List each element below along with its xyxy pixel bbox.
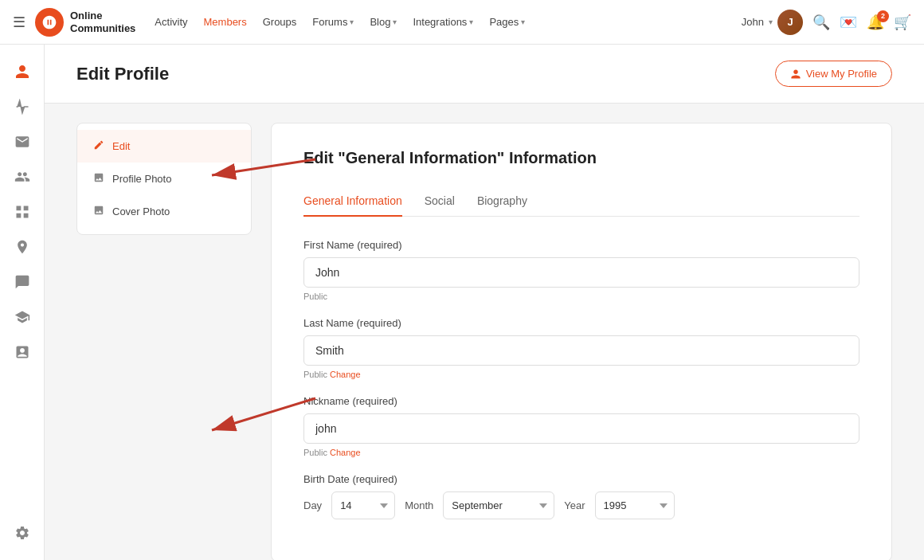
nav-user[interactable]: John ▾ J [742, 10, 803, 35]
section-title: Edit "General Information" Information [303, 149, 859, 167]
user-profile-icon [790, 69, 801, 80]
sidebar-item-media[interactable] [8, 338, 37, 366]
content-area: Edit Profile Photo Cover Photo Edit [45, 104, 924, 560]
sidebar-item-user[interactable] [8, 57, 37, 86]
pages-caret: ▾ [521, 18, 525, 26]
sidebar-item-inbox[interactable] [8, 127, 37, 156]
messages-icon[interactable]: 💌 [840, 14, 857, 31]
notification-badge: 2 [877, 10, 889, 22]
day-label: Day [303, 499, 322, 511]
birth-date-label: Birth Date (required) [303, 473, 859, 485]
last-name-input[interactable] [303, 335, 859, 366]
birth-year-select[interactable]: 1995 [595, 491, 675, 519]
nav-blog[interactable]: Blog▾ [370, 16, 397, 28]
top-navigation: ☰ Online Communities Activity Members Gr… [0, 0, 924, 45]
nickname-input[interactable] [303, 413, 859, 444]
birth-day-select[interactable]: 14 [331, 491, 395, 519]
logo-text: Online Communities [70, 10, 135, 34]
logo-icon [35, 8, 64, 37]
panel-item-edit-label: Edit [112, 140, 130, 152]
cover-photo-icon [93, 205, 104, 218]
avatar: J [777, 10, 803, 35]
sidebar-item-activity[interactable] [8, 92, 37, 121]
hamburger-icon[interactable]: ☰ [13, 14, 25, 31]
nav-user-caret: ▾ [769, 18, 773, 26]
nav-pages[interactable]: Pages▾ [489, 16, 525, 28]
sidebar-item-group[interactable] [8, 163, 37, 191]
nickname-hint: Public Change [303, 448, 859, 457]
month-label-text: Month [405, 499, 433, 511]
sidebar-item-members[interactable] [8, 233, 37, 261]
cart-icon[interactable]: 🛒 [894, 14, 911, 31]
left-panel: Edit Profile Photo Cover Photo [76, 123, 252, 235]
view-my-profile-button[interactable]: View My Profile [775, 61, 892, 87]
nickname-group: Nickname (required) Public Change [303, 395, 859, 457]
form-tabs: General Information Social Biography [303, 186, 859, 217]
birth-date-row: Day 14 Month September Year 1995 [303, 491, 859, 519]
integrations-caret: ▾ [469, 18, 473, 26]
nav-members[interactable]: Members [204, 16, 247, 28]
sidebar-item-courses[interactable] [8, 303, 37, 331]
first-name-group: First Name (required) Public [303, 239, 859, 301]
panel-item-cover-photo[interactable]: Cover Photo [77, 195, 251, 228]
last-name-hint: Public Change [303, 370, 859, 379]
first-name-input[interactable] [303, 257, 859, 288]
search-icon[interactable]: 🔍 [812, 14, 830, 31]
forums-caret: ▾ [350, 18, 354, 26]
sidebar-item-chat[interactable] [8, 268, 37, 296]
nav-user-name: John [742, 16, 764, 28]
nav-right: John ▾ J 🔍 💌 🔔 2 🛒 [742, 10, 911, 35]
tab-general-information[interactable]: General Information [303, 186, 402, 217]
tab-biography[interactable]: Biography [477, 186, 527, 217]
nav-groups[interactable]: Groups [263, 16, 297, 28]
last-name-label: Last Name (required) [303, 317, 859, 329]
nav-links: Activity Members Groups Forums▾ Blog▾ In… [155, 16, 741, 28]
left-sidebar [0, 45, 45, 560]
birth-date-group: Birth Date (required) Day 14 Month Septe… [303, 473, 859, 519]
sidebar-item-grid[interactable] [8, 198, 37, 226]
right-panel: Edit "General Information" Information G… [271, 123, 892, 560]
notifications-icon[interactable]: 🔔 2 [867, 14, 884, 31]
nickname-change-link[interactable]: Change [330, 448, 361, 457]
page-title: Edit Profile [76, 64, 169, 84]
blog-caret: ▾ [393, 18, 397, 26]
tab-social[interactable]: Social [425, 186, 455, 217]
main-content: Edit Profile View My Profile Edit [45, 45, 924, 560]
nickname-label: Nickname (required) [303, 395, 859, 407]
first-name-hint: Public [303, 292, 859, 301]
page-header: Edit Profile View My Profile [45, 45, 924, 104]
nav-integrations[interactable]: Integrations▾ [413, 16, 473, 28]
last-name-change-link[interactable]: Change [330, 370, 361, 379]
first-name-label: First Name (required) [303, 239, 859, 251]
panel-item-cover-photo-label: Cover Photo [112, 206, 170, 217]
panel-item-profile-photo-label: Profile Photo [112, 173, 171, 185]
edit-icon [93, 139, 104, 153]
profile-photo-icon [93, 172, 104, 186]
nav-activity[interactable]: Activity [155, 16, 187, 28]
panel-item-edit[interactable]: Edit [77, 130, 251, 163]
logo-area: Online Communities [35, 8, 135, 37]
last-name-group: Last Name (required) Public Change [303, 317, 859, 379]
panel-item-profile-photo[interactable]: Profile Photo [77, 163, 251, 195]
nav-forums[interactable]: Forums▾ [312, 16, 354, 28]
year-label-text: Year [564, 499, 585, 511]
birth-month-select[interactable]: September [443, 491, 554, 519]
sidebar-item-settings[interactable] [8, 519, 37, 547]
